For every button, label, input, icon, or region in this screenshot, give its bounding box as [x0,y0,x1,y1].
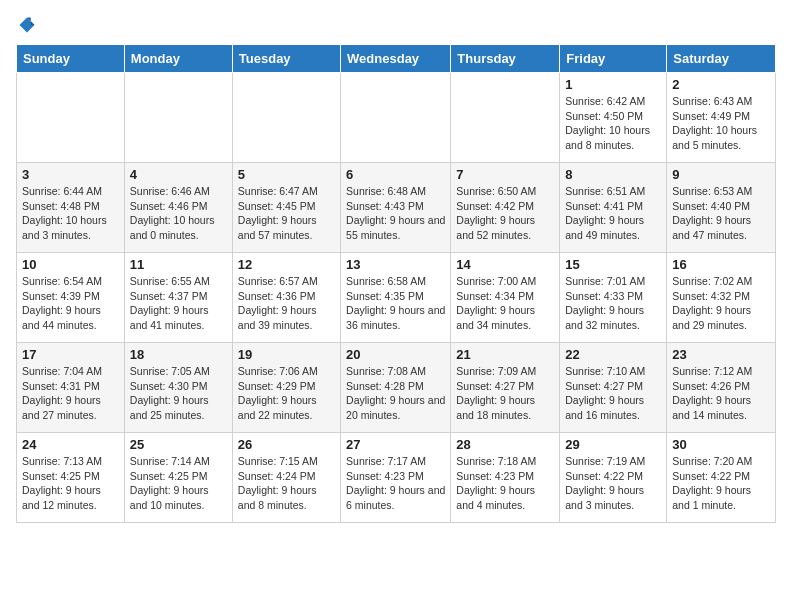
day-info: Sunrise: 7:20 AM Sunset: 4:22 PM Dayligh… [672,454,770,513]
day-number: 17 [22,347,119,362]
calendar-cell: 18Sunrise: 7:05 AM Sunset: 4:30 PM Dayli… [124,343,232,433]
day-info: Sunrise: 7:01 AM Sunset: 4:33 PM Dayligh… [565,274,661,333]
calendar-cell [341,73,451,163]
calendar-cell: 21Sunrise: 7:09 AM Sunset: 4:27 PM Dayli… [451,343,560,433]
day-number: 26 [238,437,335,452]
day-info: Sunrise: 7:02 AM Sunset: 4:32 PM Dayligh… [672,274,770,333]
calendar-cell: 29Sunrise: 7:19 AM Sunset: 4:22 PM Dayli… [560,433,667,523]
weekday-header-row: SundayMondayTuesdayWednesdayThursdayFrid… [17,45,776,73]
day-info: Sunrise: 6:58 AM Sunset: 4:35 PM Dayligh… [346,274,445,333]
weekday-header-wednesday: Wednesday [341,45,451,73]
calendar-week-3: 10Sunrise: 6:54 AM Sunset: 4:39 PM Dayli… [17,253,776,343]
day-info: Sunrise: 7:10 AM Sunset: 4:27 PM Dayligh… [565,364,661,423]
day-number: 25 [130,437,227,452]
day-number: 3 [22,167,119,182]
day-info: Sunrise: 7:18 AM Sunset: 4:23 PM Dayligh… [456,454,554,513]
logo [16,16,36,34]
day-info: Sunrise: 7:17 AM Sunset: 4:23 PM Dayligh… [346,454,445,513]
day-number: 4 [130,167,227,182]
day-number: 14 [456,257,554,272]
day-info: Sunrise: 7:08 AM Sunset: 4:28 PM Dayligh… [346,364,445,423]
day-number: 16 [672,257,770,272]
calendar-cell [17,73,125,163]
day-number: 11 [130,257,227,272]
day-number: 27 [346,437,445,452]
weekday-header-sunday: Sunday [17,45,125,73]
calendar-cell [451,73,560,163]
day-info: Sunrise: 7:04 AM Sunset: 4:31 PM Dayligh… [22,364,119,423]
calendar-cell [124,73,232,163]
day-info: Sunrise: 6:46 AM Sunset: 4:46 PM Dayligh… [130,184,227,243]
weekday-header-saturday: Saturday [667,45,776,73]
calendar-week-5: 24Sunrise: 7:13 AM Sunset: 4:25 PM Dayli… [17,433,776,523]
calendar-cell: 25Sunrise: 7:14 AM Sunset: 4:25 PM Dayli… [124,433,232,523]
day-number: 29 [565,437,661,452]
calendar-cell [232,73,340,163]
day-info: Sunrise: 6:48 AM Sunset: 4:43 PM Dayligh… [346,184,445,243]
calendar-cell: 12Sunrise: 6:57 AM Sunset: 4:36 PM Dayli… [232,253,340,343]
day-number: 23 [672,347,770,362]
day-info: Sunrise: 7:05 AM Sunset: 4:30 PM Dayligh… [130,364,227,423]
day-number: 22 [565,347,661,362]
day-info: Sunrise: 7:00 AM Sunset: 4:34 PM Dayligh… [456,274,554,333]
calendar-header: SundayMondayTuesdayWednesdayThursdayFrid… [17,45,776,73]
day-info: Sunrise: 7:13 AM Sunset: 4:25 PM Dayligh… [22,454,119,513]
page-header [16,16,776,34]
calendar-cell: 16Sunrise: 7:02 AM Sunset: 4:32 PM Dayli… [667,253,776,343]
calendar-cell: 27Sunrise: 7:17 AM Sunset: 4:23 PM Dayli… [341,433,451,523]
weekday-header-monday: Monday [124,45,232,73]
day-number: 10 [22,257,119,272]
calendar-cell: 5Sunrise: 6:47 AM Sunset: 4:45 PM Daylig… [232,163,340,253]
day-number: 8 [565,167,661,182]
day-number: 5 [238,167,335,182]
day-info: Sunrise: 7:12 AM Sunset: 4:26 PM Dayligh… [672,364,770,423]
day-number: 21 [456,347,554,362]
day-info: Sunrise: 6:55 AM Sunset: 4:37 PM Dayligh… [130,274,227,333]
day-info: Sunrise: 7:09 AM Sunset: 4:27 PM Dayligh… [456,364,554,423]
logo-icon [18,16,36,34]
calendar-cell: 22Sunrise: 7:10 AM Sunset: 4:27 PM Dayli… [560,343,667,433]
calendar-cell: 24Sunrise: 7:13 AM Sunset: 4:25 PM Dayli… [17,433,125,523]
calendar-cell: 8Sunrise: 6:51 AM Sunset: 4:41 PM Daylig… [560,163,667,253]
calendar-cell: 9Sunrise: 6:53 AM Sunset: 4:40 PM Daylig… [667,163,776,253]
day-info: Sunrise: 7:06 AM Sunset: 4:29 PM Dayligh… [238,364,335,423]
calendar-cell: 3Sunrise: 6:44 AM Sunset: 4:48 PM Daylig… [17,163,125,253]
day-number: 1 [565,77,661,92]
day-number: 13 [346,257,445,272]
day-info: Sunrise: 6:42 AM Sunset: 4:50 PM Dayligh… [565,94,661,153]
day-info: Sunrise: 7:15 AM Sunset: 4:24 PM Dayligh… [238,454,335,513]
calendar-cell: 6Sunrise: 6:48 AM Sunset: 4:43 PM Daylig… [341,163,451,253]
day-number: 9 [672,167,770,182]
calendar-cell: 4Sunrise: 6:46 AM Sunset: 4:46 PM Daylig… [124,163,232,253]
calendar-cell: 15Sunrise: 7:01 AM Sunset: 4:33 PM Dayli… [560,253,667,343]
day-number: 24 [22,437,119,452]
calendar-cell: 7Sunrise: 6:50 AM Sunset: 4:42 PM Daylig… [451,163,560,253]
calendar-table: SundayMondayTuesdayWednesdayThursdayFrid… [16,44,776,523]
day-info: Sunrise: 7:19 AM Sunset: 4:22 PM Dayligh… [565,454,661,513]
calendar-week-4: 17Sunrise: 7:04 AM Sunset: 4:31 PM Dayli… [17,343,776,433]
calendar-week-2: 3Sunrise: 6:44 AM Sunset: 4:48 PM Daylig… [17,163,776,253]
weekday-header-friday: Friday [560,45,667,73]
calendar-cell: 10Sunrise: 6:54 AM Sunset: 4:39 PM Dayli… [17,253,125,343]
calendar-cell: 11Sunrise: 6:55 AM Sunset: 4:37 PM Dayli… [124,253,232,343]
day-info: Sunrise: 6:47 AM Sunset: 4:45 PM Dayligh… [238,184,335,243]
day-info: Sunrise: 6:54 AM Sunset: 4:39 PM Dayligh… [22,274,119,333]
day-info: Sunrise: 6:43 AM Sunset: 4:49 PM Dayligh… [672,94,770,153]
day-info: Sunrise: 6:44 AM Sunset: 4:48 PM Dayligh… [22,184,119,243]
day-info: Sunrise: 6:57 AM Sunset: 4:36 PM Dayligh… [238,274,335,333]
day-info: Sunrise: 7:14 AM Sunset: 4:25 PM Dayligh… [130,454,227,513]
weekday-header-thursday: Thursday [451,45,560,73]
day-number: 28 [456,437,554,452]
day-info: Sunrise: 6:51 AM Sunset: 4:41 PM Dayligh… [565,184,661,243]
calendar-cell: 14Sunrise: 7:00 AM Sunset: 4:34 PM Dayli… [451,253,560,343]
weekday-header-tuesday: Tuesday [232,45,340,73]
day-number: 12 [238,257,335,272]
calendar-cell: 26Sunrise: 7:15 AM Sunset: 4:24 PM Dayli… [232,433,340,523]
calendar-cell: 20Sunrise: 7:08 AM Sunset: 4:28 PM Dayli… [341,343,451,433]
calendar-cell: 1Sunrise: 6:42 AM Sunset: 4:50 PM Daylig… [560,73,667,163]
day-number: 7 [456,167,554,182]
day-number: 6 [346,167,445,182]
calendar-cell: 19Sunrise: 7:06 AM Sunset: 4:29 PM Dayli… [232,343,340,433]
calendar-body: 1Sunrise: 6:42 AM Sunset: 4:50 PM Daylig… [17,73,776,523]
day-number: 18 [130,347,227,362]
